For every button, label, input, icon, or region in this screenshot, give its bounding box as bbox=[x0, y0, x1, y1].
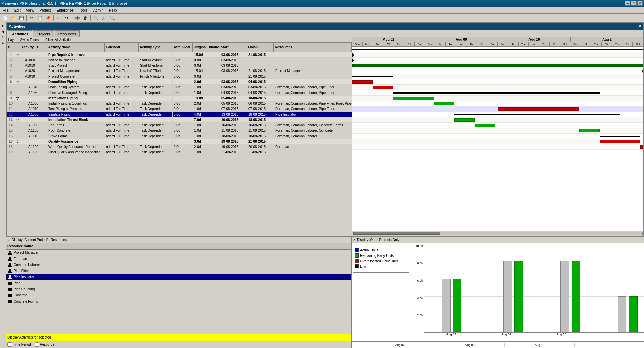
col-hdr-totalfloat[interactable]: Total Float bbox=[172, 43, 193, 52]
gantt-row[interactable] bbox=[352, 96, 643, 101]
table-row[interactable]: 2 A1000 Notice to Proceed ndard Full Tim… bbox=[7, 58, 352, 63]
gantt-row[interactable] bbox=[352, 74, 643, 79]
cell-expand[interactable] bbox=[15, 134, 20, 139]
tab-resources[interactable]: Resources bbox=[55, 30, 80, 37]
table-row[interactable]: 18 A1120 Write Quality Assurance Report … bbox=[7, 144, 352, 150]
col-hdr-resources[interactable]: Resources bbox=[274, 43, 352, 52]
gantt-row[interactable] bbox=[352, 123, 643, 128]
cell-expand[interactable] bbox=[15, 101, 20, 106]
side-btn-4[interactable]: ⬇ bbox=[0, 40, 6, 46]
gantt-row[interactable] bbox=[352, 85, 643, 90]
col-hdr-activitytype[interactable]: Activity Type bbox=[139, 43, 172, 52]
maximize-btn[interactable]: □ bbox=[631, 1, 637, 6]
menu-item-file[interactable]: File bbox=[1, 7, 10, 13]
tb-new[interactable]: 📄 bbox=[1, 14, 9, 22]
resource-list-item[interactable]: Pipe bbox=[6, 280, 351, 286]
table-row[interactable]: 1 ▽ Pipe Repair & Improve 15.0d 03-08-20… bbox=[7, 52, 352, 58]
tb-cut[interactable]: ✂ bbox=[28, 14, 36, 22]
tb-redo[interactable]: ↪ bbox=[63, 14, 70, 22]
gantt-row[interactable] bbox=[352, 106, 643, 112]
cell-expand[interactable] bbox=[15, 74, 20, 79]
side-btn-1[interactable]: ▶ bbox=[0, 23, 6, 28]
menu-item-view[interactable]: View bbox=[25, 7, 36, 13]
gantt-row[interactable] bbox=[352, 134, 643, 139]
table-row[interactable]: 9 ▽ Installation Piping 10.0d 05-08-2015… bbox=[7, 96, 352, 101]
cell-expand[interactable] bbox=[15, 68, 20, 74]
col-hdr-activityid[interactable]: Activity ID bbox=[20, 43, 47, 52]
tab-projects[interactable]: Projects bbox=[33, 30, 54, 37]
cell-expand[interactable] bbox=[15, 144, 20, 149]
checkbox-resource[interactable]: Resource bbox=[35, 342, 55, 347]
cell-expand[interactable]: ▽ bbox=[15, 139, 20, 144]
cell-expand[interactable] bbox=[15, 85, 20, 90]
resource-list-item[interactable]: Concrete Forms bbox=[6, 299, 351, 305]
col-hdr-finish[interactable]: Finish bbox=[247, 43, 274, 52]
gantt-row[interactable] bbox=[352, 101, 643, 106]
table-row[interactable]: 14 A1090 Set Forms ndard Full Time Task … bbox=[7, 123, 352, 128]
col-hdr-originalduration[interactable]: Original Duration bbox=[193, 43, 220, 52]
table-row[interactable]: 10 A1060 Install Piping & Couplings ndar… bbox=[7, 101, 352, 106]
tb-delete[interactable]: 🗑 bbox=[82, 14, 89, 22]
gantt-row[interactable] bbox=[352, 79, 643, 85]
tb-paste[interactable]: 📌 bbox=[44, 14, 52, 22]
menu-item-admin[interactable]: Admin bbox=[91, 7, 105, 13]
resource-list-item[interactable]: Pipe Coupling bbox=[6, 286, 351, 292]
gantt-row[interactable] bbox=[352, 144, 643, 150]
table-row[interactable]: 4 A1020 Project Management ndard Full Ti… bbox=[7, 68, 352, 74]
minimize-btn[interactable]: ─ bbox=[625, 1, 630, 6]
cell-expand[interactable] bbox=[15, 128, 20, 133]
tb-zoom-out[interactable]: 🔍 bbox=[108, 14, 116, 22]
table-row[interactable]: 8 A1050 Remove Damaged Piping ndard Full… bbox=[7, 90, 352, 96]
cell-expand[interactable]: ▽ bbox=[15, 117, 20, 122]
gantt-row[interactable] bbox=[352, 90, 643, 96]
gantt-row[interactable] bbox=[352, 139, 643, 144]
cell-expand[interactable] bbox=[15, 106, 20, 111]
cell-expand[interactable] bbox=[15, 150, 20, 155]
resource-list-item[interactable]: Common Laborer bbox=[6, 262, 351, 268]
table-row[interactable]: 15 A1100 Pour Concrete ndard Full Time T… bbox=[7, 128, 352, 134]
gantt-row[interactable] bbox=[352, 68, 643, 74]
side-btn-3[interactable]: ⬆ bbox=[0, 35, 6, 40]
table-row[interactable]: 6 ▽ Demolition Piping 2.0d 03-08-2015 04… bbox=[7, 79, 352, 85]
gantt-row[interactable] bbox=[352, 128, 643, 134]
table-row[interactable]: 11 A1070 Test Piping at Pressure ndard F… bbox=[7, 106, 352, 112]
tb-undo[interactable]: ↩ bbox=[55, 14, 62, 22]
table-row[interactable]: 17 ▽ Quality Assurance 3.0d 19-08-2015 2… bbox=[7, 139, 352, 144]
table-row[interactable]: 16 A1110 Strike Forms ndard Full Time Ta… bbox=[7, 134, 352, 139]
menu-item-project[interactable]: Project bbox=[38, 7, 52, 13]
cell-expand[interactable] bbox=[15, 90, 20, 95]
tb-zoom-in[interactable]: 🔎 bbox=[100, 14, 108, 22]
gantt-row[interactable] bbox=[352, 63, 643, 68]
panel-close-btn[interactable]: ✕ bbox=[638, 24, 641, 29]
table-row[interactable]: 5 A1030 Project Complete ndard Full Time… bbox=[7, 74, 352, 79]
side-btn-2[interactable]: ◀ bbox=[0, 29, 6, 34]
resource-list-item[interactable]: Concrete bbox=[6, 292, 351, 299]
resource-list-item[interactable]: Project Manager bbox=[6, 250, 351, 256]
resource-list-item[interactable]: Pipe Fitter bbox=[6, 268, 351, 274]
checkbox-time-period-input[interactable] bbox=[7, 342, 12, 347]
cell-expand[interactable]: ▽ bbox=[15, 96, 20, 101]
cell-expand[interactable]: ▽ bbox=[15, 52, 20, 57]
tb-add[interactable]: ➕ bbox=[74, 14, 81, 22]
resource-list-item[interactable]: Foreman bbox=[6, 256, 351, 262]
table-row[interactable]: 7 A1040 Drain Piping System ndard Full T… bbox=[7, 85, 352, 90]
gantt-row[interactable] bbox=[352, 52, 643, 58]
cell-expand[interactable] bbox=[15, 63, 20, 68]
table-row[interactable]: 13 ▽ Installation Thrust Block 7.0d 10-0… bbox=[7, 117, 352, 123]
col-hdr-calendar[interactable]: Calendar bbox=[105, 43, 139, 52]
gantt-row[interactable] bbox=[352, 47, 643, 52]
tb-open[interactable]: 📂 bbox=[9, 14, 17, 22]
table-row[interactable]: 3 A1010 Start Project ndard Full Time St… bbox=[7, 63, 352, 68]
tb-save[interactable]: 💾 bbox=[18, 14, 25, 22]
cell-expand[interactable] bbox=[15, 58, 20, 63]
table-row[interactable]: 12 A1080 Insulate Piping ndard Full Time… bbox=[7, 112, 352, 117]
tb-copy[interactable]: 📋 bbox=[36, 14, 44, 22]
resource-list-item[interactable]: Pipe Insulator bbox=[6, 274, 351, 280]
cell-expand[interactable] bbox=[15, 112, 20, 117]
close-btn[interactable]: ✕ bbox=[637, 1, 643, 6]
cell-expand[interactable]: ▽ bbox=[15, 79, 20, 84]
menu-item-edit[interactable]: Edit bbox=[13, 7, 22, 13]
col-hdr-activityname[interactable]: Activity Name bbox=[47, 43, 105, 52]
col-hdr-start[interactable]: Start bbox=[220, 43, 247, 52]
tb-filter[interactable]: 🔍 bbox=[92, 14, 100, 22]
